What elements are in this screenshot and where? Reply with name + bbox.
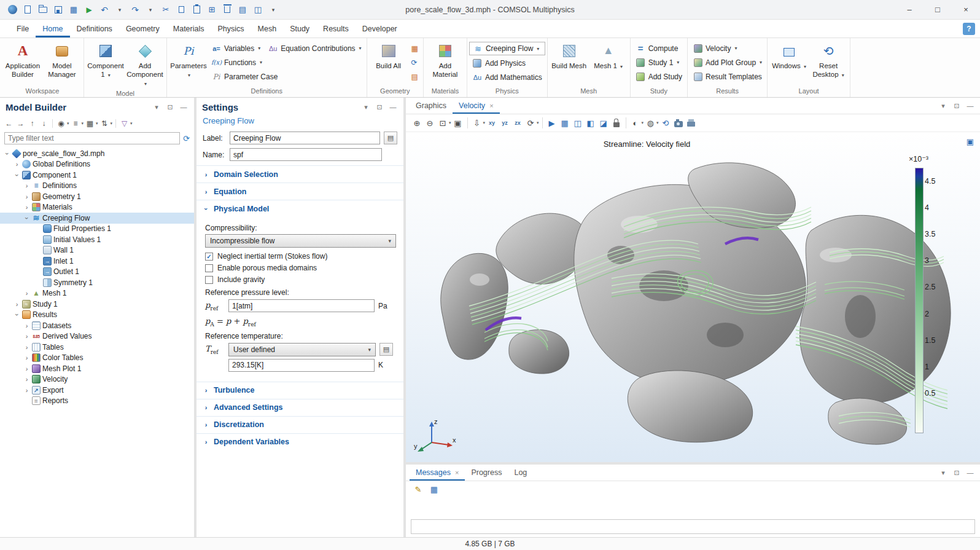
tree-item-inlet1[interactable]: Inlet 1 (0, 256, 194, 267)
mesh1-button[interactable]: Mesh 1 ▾ (589, 40, 628, 83)
expander-icon[interactable] (23, 387, 30, 394)
graphics-canvas[interactable]: Streamline: Velocity field ▣ (406, 132, 980, 462)
result-templates-button[interactable]: Result Templates (690, 70, 765, 83)
tree-item-initial-values1[interactable]: Initial Values 1 (0, 234, 194, 245)
color-theme-icon[interactable] (644, 117, 656, 129)
filter-input[interactable] (4, 132, 180, 144)
expander-icon[interactable] (14, 171, 21, 178)
expander-icon[interactable] (23, 375, 30, 383)
neglect-inertial-checkbox[interactable] (205, 253, 213, 261)
node-group-icon[interactable] (85, 118, 95, 129)
tab-developer[interactable]: Developer (356, 20, 404, 37)
expander-icon[interactable] (23, 193, 30, 200)
include-gravity-checkbox[interactable] (205, 276, 213, 284)
tree-item-mesh-plot1[interactable]: Mesh Plot 1 (0, 363, 194, 374)
expander-icon[interactable] (23, 289, 30, 297)
camera-icon[interactable] (672, 117, 685, 129)
study1-button[interactable]: Study 1 ▾ (632, 56, 685, 69)
tree-item-component1[interactable]: Component 1 (0, 170, 194, 181)
geometry-rebuild-icon[interactable] (408, 56, 421, 69)
tab-home[interactable]: Home (36, 20, 69, 37)
equation-contributions-button[interactable]: Equation Contributions ▾ (265, 42, 364, 55)
float-panel-icon[interactable]: ⊡ (375, 102, 384, 112)
clear-messages-icon[interactable] (412, 483, 424, 495)
add-material-button[interactable]: Add Material (426, 40, 465, 83)
tab-results[interactable]: Results (316, 20, 356, 37)
tab-messages[interactable]: Messages× (410, 465, 465, 481)
rotate-view-icon[interactable] (524, 117, 537, 129)
tree-item-color-tables[interactable]: Color Tables (0, 353, 194, 364)
paste-icon[interactable] (189, 2, 204, 17)
expander-icon[interactable] (14, 301, 20, 308)
copy-icon[interactable] (174, 2, 189, 17)
tree-item-wall1[interactable]: Wall 1 (0, 245, 194, 256)
close-tab-icon[interactable]: × (489, 102, 493, 109)
filter-icon[interactable] (119, 118, 130, 129)
tree-item-root[interactable]: pore_scale_flow_3d.mph (0, 148, 194, 159)
hide-panel-icon[interactable]: — (965, 468, 975, 477)
windows-button[interactable]: Windows ▾ (769, 40, 809, 83)
move-down-icon[interactable] (39, 118, 49, 129)
duplicate-icon[interactable] (204, 2, 219, 17)
chevron-down-icon[interactable]: ▾ (152, 102, 161, 112)
new-file-icon[interactable] (20, 2, 35, 17)
chevron-down-icon[interactable]: ▾ (361, 102, 371, 112)
save-icon[interactable] (51, 2, 66, 17)
functions-button[interactable]: Functions ▾ (208, 56, 365, 69)
expander-icon[interactable] (4, 150, 11, 157)
tab-velocity[interactable]: Velocity× (453, 98, 500, 114)
lock-icon[interactable] (610, 117, 623, 129)
tree-item-datasets[interactable]: Datasets (0, 320, 194, 331)
build-all-button[interactable]: Build All (369, 40, 408, 83)
sort-icon[interactable] (99, 118, 110, 129)
refresh-icon[interactable]: ⟳ (183, 134, 190, 143)
expander-icon[interactable] (23, 354, 30, 361)
tab-log[interactable]: Log (508, 465, 533, 481)
section-turbulence[interactable]: Turbulence (196, 382, 403, 399)
delete-icon[interactable] (220, 2, 235, 17)
float-panel-icon[interactable]: ⊡ (952, 468, 962, 477)
show-options-icon[interactable] (56, 118, 66, 129)
desktop-layout-icon[interactable] (251, 2, 265, 17)
zoom-in-icon[interactable] (411, 117, 423, 129)
scene-light-icon[interactable] (629, 117, 642, 129)
expander-icon[interactable] (23, 332, 30, 340)
model-manager-button[interactable]: Model Manager (42, 40, 82, 83)
temperature-input[interactable] (228, 359, 375, 372)
redo-dropdown-icon[interactable] (143, 2, 158, 17)
label-input[interactable] (230, 132, 380, 144)
tree-item-reports[interactable]: Reports (0, 396, 194, 407)
tab-file[interactable]: File (10, 20, 36, 37)
hide-panel-icon[interactable]: — (388, 102, 398, 112)
expander-icon[interactable] (23, 344, 30, 351)
animation-icon[interactable] (546, 117, 558, 129)
section-domain-selection[interactable]: Domain Selection (196, 165, 403, 183)
section-physical-model[interactable]: Physical Model (196, 200, 403, 217)
expander-icon[interactable] (14, 312, 21, 318)
tab-graphics[interactable]: Graphics (410, 98, 453, 114)
ref-temperature-select[interactable]: User defined ▾ (228, 343, 376, 356)
porous-media-checkbox[interactable] (205, 264, 213, 272)
redo-icon[interactable] (128, 2, 142, 17)
component1-button[interactable]: Component 1 ▾ (86, 40, 125, 83)
go-to-default-view-icon[interactable] (471, 117, 483, 129)
settings-window-icon[interactable] (235, 2, 250, 17)
float-panel-icon[interactable]: ⊡ (952, 101, 962, 111)
close-button[interactable]: × (952, 0, 980, 19)
add-plot-group-button[interactable]: Add Plot Group ▾ (690, 56, 765, 69)
name-input[interactable] (230, 148, 382, 161)
update-plot-icon[interactable] (659, 117, 672, 129)
chevron-down-icon[interactable]: ▾ (938, 101, 948, 111)
section-discretization[interactable]: Discretization (196, 416, 403, 433)
expander-icon[interactable] (23, 203, 30, 211)
geometry-parts-icon[interactable] (408, 70, 421, 83)
model-tree-view-icon[interactable] (71, 118, 81, 129)
geometry-insert-sequence-icon[interactable] (408, 42, 421, 55)
tree-item-results[interactable]: Results (0, 310, 194, 321)
parameter-case-button[interactable]: Parameter Case (208, 70, 365, 83)
tab-geometry[interactable]: Geometry (119, 20, 166, 37)
tab-mesh[interactable]: Mesh (251, 20, 284, 37)
build-mesh-button[interactable]: Build Mesh (550, 40, 589, 83)
physics-interface-select[interactable]: Creeping Flow ▾ (469, 42, 545, 55)
section-advanced-settings[interactable]: Advanced Settings (196, 399, 403, 416)
